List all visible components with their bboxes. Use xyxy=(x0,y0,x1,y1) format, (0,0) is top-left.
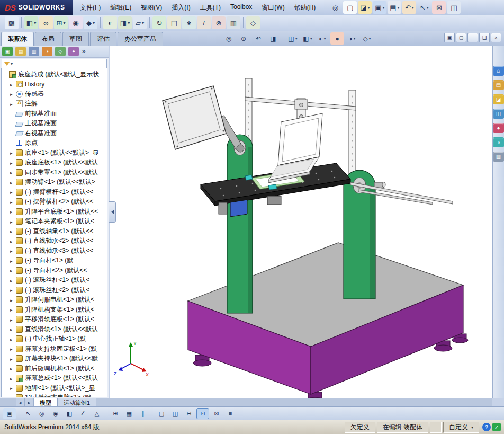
command-tab[interactable]: 布局 xyxy=(35,32,61,46)
tree-item[interactable]: 传感器 xyxy=(2,89,107,99)
view-settings-icon[interactable]: ◇ xyxy=(360,32,374,45)
assembly-features-icon[interactable]: ◨ xyxy=(118,16,132,29)
task-pane-resources-icon[interactable]: ⌂ xyxy=(493,66,504,76)
expand-arrow-icon[interactable] xyxy=(10,90,15,98)
tips-icon[interactable]: ✓ xyxy=(492,423,501,431)
tree-item[interactable]: 屏幕夹持块<1> (默认<<默 xyxy=(2,354,107,364)
tree-item[interactable]: 屏幕总成<1> (默认<<默认 xyxy=(2,374,107,384)
new-document-icon[interactable]: ▢ xyxy=(343,1,357,14)
smart-fasteners-icon[interactable]: ◉ xyxy=(69,16,83,29)
bill-of-materials-icon[interactable]: ▤ xyxy=(167,16,181,29)
task-pane-view-palette-icon[interactable]: ◫ xyxy=(493,109,504,119)
toolbox-options-icon[interactable]: ⊠ xyxy=(432,1,446,14)
task-pane-appearances-icon[interactable]: ● xyxy=(493,123,504,133)
expand-arrow-icon[interactable] xyxy=(10,316,15,323)
model-left-column[interactable] xyxy=(227,135,253,313)
document-tab[interactable]: 运动算例1 xyxy=(58,398,96,407)
tree-item[interactable]: 升降伺服电机<1> (默认< xyxy=(2,295,107,305)
expand-arrow-icon[interactable] xyxy=(10,227,15,235)
tree-item[interactable]: 升降平台底板<1> (默认<< xyxy=(2,207,107,217)
doc-window-icon-b[interactable]: ▢ xyxy=(456,33,466,42)
propertymanager-tab-icon[interactable]: ▥ xyxy=(29,47,39,56)
select-icon[interactable]: ↖ xyxy=(22,408,34,419)
tree-filter-input[interactable] xyxy=(15,61,105,67)
save-icon[interactable]: ▣ xyxy=(373,1,386,14)
expand-arrow-icon[interactable] xyxy=(10,325,15,333)
minimize-button[interactable]: – xyxy=(467,33,478,42)
help-icon[interactable]: ? xyxy=(482,423,491,431)
expand-arrow-icon[interactable] xyxy=(10,179,15,186)
interference-detection-icon[interactable]: ⊗ xyxy=(212,16,226,29)
exploded-view-icon[interactable]: ∗ xyxy=(182,16,196,29)
expand-arrow-icon[interactable] xyxy=(10,345,15,352)
tree-item[interactable]: 屏幕夹持块固定板<1> (默 xyxy=(2,344,107,354)
doc-window-icon-a[interactable]: ▣ xyxy=(444,33,455,42)
snap-midpoint-icon[interactable]: ◧ xyxy=(63,408,76,419)
expand-arrow-icon[interactable] xyxy=(10,365,15,372)
expand-arrow-icon[interactable] xyxy=(10,139,15,147)
task-pane-custom-properties-icon[interactable]: ▥ xyxy=(493,152,504,162)
expand-arrow-icon[interactable] xyxy=(10,198,15,206)
command-tab[interactable]: 草图 xyxy=(62,32,89,46)
wireframe-icon[interactable]: ⊠ xyxy=(210,408,223,419)
grid-icon[interactable]: ⊞ xyxy=(109,408,122,419)
tree-item[interactable]: 底座<1> (默认<<默认>_显 xyxy=(2,148,107,158)
tree-item[interactable]: (-) 导向杆<1> (默 xyxy=(2,256,107,266)
apply-scene-icon[interactable]: ◑ xyxy=(345,32,359,45)
filter-dropdown-caret[interactable]: ▾ xyxy=(11,61,13,66)
tree-item[interactable]: (-) 直线轴承<3> (默认<< xyxy=(2,246,107,256)
previous-view-icon[interactable]: ↶ xyxy=(251,32,265,45)
tree-item[interactable]: 直线滑轨<1> (默认<<默认 xyxy=(2,324,107,334)
menu-item[interactable]: Toolbox xyxy=(226,1,257,15)
displaymanager-tab-icon[interactable]: ● xyxy=(68,47,79,56)
task-pane-design-library-icon[interactable]: ▤ xyxy=(493,80,504,90)
linear-component-pattern-icon[interactable]: ⊞ xyxy=(54,16,68,29)
open-icon[interactable]: ◪ xyxy=(358,1,372,14)
expand-arrow-icon[interactable] xyxy=(10,149,15,156)
tree-item[interactable]: 注解 xyxy=(2,99,107,109)
tree-item[interactable]: 同步带罩<1> (默认<<默认 xyxy=(2,167,107,178)
display-style-icon[interactable]: ◧ xyxy=(301,32,314,45)
instant-3d-icon[interactable]: ◇ xyxy=(246,16,260,29)
tree-item[interactable]: 13寸笔记本电脑<1> (默 xyxy=(2,393,107,398)
document-tab[interactable]: 模型 xyxy=(34,398,58,407)
customize-toolbar-icon[interactable]: ≡ xyxy=(224,408,237,419)
expand-arrow-icon[interactable] xyxy=(10,384,15,392)
menu-item[interactable]: 编辑(E) xyxy=(105,1,136,15)
featuremanager-tab-icon[interactable]: ▤ xyxy=(15,47,26,56)
menu-item[interactable]: 帮助(H) xyxy=(290,1,321,15)
undo-icon[interactable]: ↶ xyxy=(402,1,416,14)
command-tab[interactable]: 评估 xyxy=(90,32,116,46)
tree-item[interactable]: (-) 直线轴承<2> (默认<< xyxy=(2,236,107,246)
tree-item[interactable]: 摆动臂<1> (默认<<默认>_ xyxy=(2,178,107,188)
menu-item[interactable]: 插入(I) xyxy=(167,1,195,15)
insert-components-icon[interactable]: ◧ xyxy=(24,16,38,29)
tree-item[interactable]: (-) 中心找正轴<1> (默 xyxy=(2,334,107,344)
panel-collapse-button[interactable] xyxy=(109,201,116,223)
expand-arrow-icon[interactable] xyxy=(10,355,15,362)
tree-item[interactable]: History xyxy=(2,79,107,90)
zoom-to-area-icon[interactable]: ⊕ xyxy=(237,32,250,45)
expand-arrow-icon[interactable] xyxy=(10,277,15,284)
new-motion-study-icon[interactable]: ↻ xyxy=(152,16,166,29)
tree-item[interactable]: (-) 导向杆<2> (默认<< xyxy=(2,265,107,276)
expand-arrow-icon[interactable] xyxy=(10,169,15,176)
explode-line-sketch-icon[interactable]: / xyxy=(197,16,211,29)
tree-root-item[interactable]: 底座总成 (默认<默认_显示状 xyxy=(2,69,107,79)
tree-item[interactable]: (-) 摆臂横杆<2> (默认<< xyxy=(2,197,107,207)
command-tab[interactable]: 装配体 xyxy=(1,32,34,46)
assembly-doc-icon[interactable]: ▣ xyxy=(2,47,13,56)
shaded-with-edges-icon[interactable]: ⊡ xyxy=(196,408,209,419)
search-icon[interactable]: ◎ xyxy=(328,1,342,14)
expand-arrow-icon[interactable] xyxy=(10,375,15,382)
tree-item[interactable]: 笔记本夹紧板<1> (默认< xyxy=(2,217,107,227)
task-pane-scenes-icon[interactable]: ◑ xyxy=(493,137,504,147)
menu-item[interactable]: 文件(F) xyxy=(75,1,105,15)
expand-arrow-icon[interactable] xyxy=(10,81,15,88)
edit-component-icon[interactable]: ▩ xyxy=(5,16,19,29)
panel-overflow-chevron[interactable]: » xyxy=(82,48,86,55)
graphics-area[interactable]: Y X Z xyxy=(110,46,492,398)
move-component-icon[interactable]: ◆ xyxy=(84,16,97,29)
expand-arrow-icon[interactable] xyxy=(10,218,15,225)
tree-item[interactable]: 地脚<1> (默认<默认>_显 xyxy=(2,383,107,393)
